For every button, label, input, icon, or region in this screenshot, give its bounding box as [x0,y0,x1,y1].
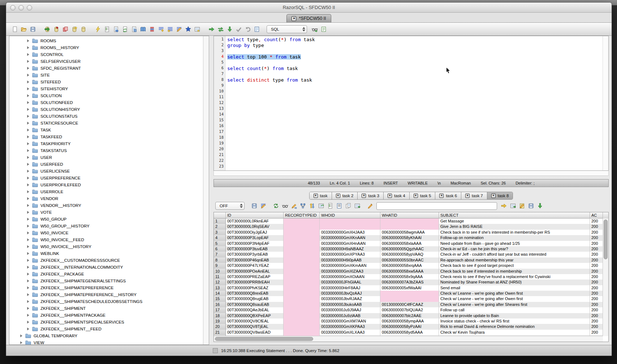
code-line-21[interactable] [227,152,603,158]
tree-item-w50-group-history[interactable]: W50_GROUP__HISTORY [9,222,203,229]
tree-item-userprofilefeed[interactable]: USERPROFILEFEED [9,181,203,188]
column-list-icon[interactable] [147,25,156,34]
cell-recordtypeid[interactable] [284,257,320,263]
tree-item-userlicense[interactable]: USERLICENSE [9,168,203,174]
expand-triangle-icon[interactable] [27,231,29,234]
editor-horizontal-scrollbar[interactable] [213,171,609,176]
cell-whoid[interactable]: 0033000000Ju9J9AAJ [320,307,380,313]
code-line-12[interactable] [227,100,603,106]
cell-whatid[interactable]: 006300000058yKhAAI [380,235,439,240]
table-row-8[interactable]: 800T3000000P46qnEAB0033000000H9i0pAAB006… [214,257,603,263]
expand-triangle-icon[interactable] [27,259,29,262]
cell-whatid[interactable] [380,291,439,296]
cell-ac[interactable]: 200 [590,230,603,235]
cell-id[interactable]: 00T3000000PREZaEAP [226,274,284,280]
statement-type-select-stepper[interactable] [297,27,305,31]
cell-recordtypeid[interactable] [284,307,320,313]
tree-item-rooms[interactable]: ROOMS [9,37,203,44]
row-details-icon[interactable] [325,202,335,210]
cell-whatid[interactable] [380,224,439,229]
connect-database-icon[interactable] [43,25,52,34]
expand-triangle-icon[interactable] [27,183,29,186]
sql-editor[interactable]: 1234567891011121314151617181920212223 se… [213,36,609,171]
row-number-cell[interactable]: 16 [214,302,226,307]
code-line-4[interactable]: select top 100 * from task [227,54,603,60]
cell-whoid[interactable]: 0033000000Ju9zlAAB [320,313,380,318]
cell-whoid[interactable] [320,224,380,229]
column-header-ac[interactable]: AC [590,212,603,218]
results-tab-task[interactable]: ✕task [310,192,332,199]
expand-triangle-icon[interactable] [27,280,29,282]
row-number-cell[interactable]: 12 [214,280,226,285]
cell-ac[interactable]: 200 [590,235,603,240]
table-row-3[interactable]: 300T3000000OiyJgEAJ0033000000GmXHJAA3006… [214,230,603,235]
fetch-more-icon[interactable] [535,202,544,210]
cell-whoid[interactable]: 0033000000JbukoAAB [320,302,380,307]
cell-id[interactable]: 00T3000000Q8rugEAB [226,296,284,302]
zoom-window-button[interactable] [27,5,32,10]
cell-subject[interactable]: Need update from Bain - gave go ahead 1/… [439,241,590,246]
expand-triangle-icon[interactable] [27,108,29,111]
expand-triangle-icon[interactable] [27,266,29,269]
expand-triangle-icon[interactable] [27,94,29,97]
cell-subject[interactable]: Check w/ Leanne - we're going after Shea… [439,302,590,307]
cell-recordtypeid[interactable] [284,224,320,229]
cell-ac[interactable]: 200 [590,330,603,335]
column-header-recordtypeid[interactable]: RECORDTYPEID [284,212,320,218]
expand-triangle-icon[interactable] [27,218,29,221]
cell-ac[interactable]: 200 [590,246,603,252]
run-query-icon[interactable] [93,25,102,34]
code-line-3[interactable] [227,48,603,54]
cell-whatid[interactable] [380,296,439,302]
document-tab[interactable]: ✕ *SFDCW50 II [286,14,331,22]
code-line-2[interactable]: group by type [227,43,603,48]
row-number-cell[interactable]: 19 [214,318,226,324]
cell-id[interactable]: 00T3000000PRR8rEAH [226,280,284,285]
row-number-cell[interactable]: 15 [214,296,226,302]
cell-whatid[interactable]: 006300000058xrqAAA [380,263,439,268]
tree-item-vendor-history[interactable]: VENDOR__HISTORY [9,202,203,209]
tree-item-userrole[interactable]: USERROLE [9,188,203,195]
cell-id[interactable]: 00T3000000P3yrbEAB [226,252,284,257]
cell-recordtypeid[interactable] [284,291,320,296]
results-horizontal-scrollbar[interactable] [214,336,603,342]
expand-triangle-icon[interactable] [27,321,29,324]
tree-item-user[interactable]: USER [9,154,203,161]
cell-ac[interactable]: 200 [590,218,603,224]
cell-subject[interactable]: Get Massage [439,218,590,224]
undo-edit-icon[interactable] [243,25,252,34]
row-limit-select-stepper[interactable] [235,204,243,208]
cell-recordtypeid[interactable] [284,263,320,268]
swap-statements-icon[interactable] [216,25,225,34]
cell-ac[interactable]: 200 [590,269,603,274]
code-line-8[interactable]: select distinct type from task [227,77,603,83]
tree-item-sitehistory[interactable]: SITEHISTORY [9,85,203,92]
disconnect-database-icon[interactable] [52,25,61,34]
duplicate-table-icon[interactable] [61,25,70,34]
cell-recordtypeid[interactable] [284,218,320,224]
view-glasses-icon[interactable] [310,25,319,34]
pane-splitter[interactable] [209,36,213,345]
expand-triangle-icon[interactable] [27,81,29,83]
view-text-icon[interactable] [335,202,344,210]
code-line-22[interactable] [227,158,603,164]
tree-item-task[interactable]: TASK [9,126,203,133]
tree-item-vendor[interactable]: VENDOR [9,195,203,202]
code-line-16[interactable] [227,124,603,129]
tree-scrollbar[interactable] [203,36,209,344]
expand-triangle-icon[interactable] [27,60,29,63]
results-tab-task-3[interactable]: ✕task 3 [358,192,384,199]
code-line-6[interactable]: select count(*) from task [227,66,603,72]
row-number-cell[interactable]: 21 [214,330,226,335]
cell-id[interactable]: 00T3000000QAeJbEAL [226,307,284,313]
tree-item-zkfedex-shipment[interactable]: ZKFEDEX__SHIPMENT [9,305,203,312]
tree-item-scontrol[interactable]: SCONTROL [9,51,203,58]
sort-columns-icon[interactable] [307,202,316,210]
cell-whoid[interactable]: 0033000000GmXKPAA3 [320,324,380,329]
cell-recordtypeid[interactable] [284,235,320,240]
tree-item-zkfedex-shipmentpackage[interactable]: ZKFEDEX__SHIPMENTPACKAGE [9,312,203,318]
tree-item-rooms-history[interactable]: ROOMS__HISTORY [9,44,203,51]
cell-subject[interactable]: Check w/ Kevin Tsujihara [439,330,590,335]
related-data-icon[interactable] [298,202,307,210]
cell-whatid[interactable]: 006300000058yPzAAI [380,324,439,329]
